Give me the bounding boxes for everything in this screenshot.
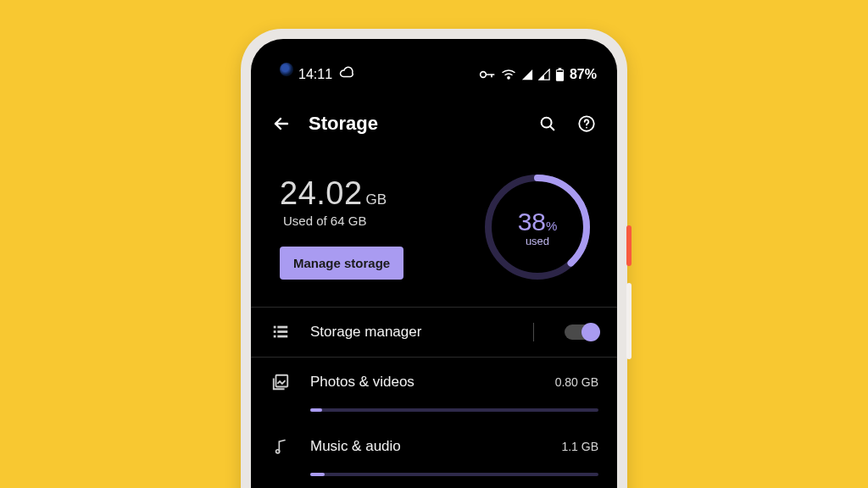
status-time: 14:11 [298,67,332,82]
back-button[interactable] [270,112,293,136]
photos-value: 0.80 GB [555,375,598,389]
usage-percent-value: 38 [518,208,546,236]
app-bar: Storage [251,93,617,146]
row-photos-videos[interactable]: Photos & videos 0.80 GB [251,358,617,402]
cloud-icon [339,65,354,84]
phone-power-button [626,225,632,266]
phone-frame: 14:11 [241,29,627,488]
svg-point-1 [508,77,509,79]
search-button[interactable] [536,112,559,136]
svg-rect-10 [274,326,276,329]
row-storage-manager[interactable]: Storage manager [251,308,617,357]
storage-summary: 24.02GB Used of 64 GB Manage storage 38% [251,146,617,307]
svg-rect-16 [276,375,288,387]
svg-rect-4 [557,70,563,72]
svg-rect-15 [277,336,287,338]
stage: 14:11 [0,0,868,488]
svg-point-0 [481,72,487,78]
page-title: Storage [309,113,520,135]
photos-icon [270,371,292,393]
used-amount-unit: GB [366,191,387,208]
storage-manager-icon [270,321,292,343]
music-progress [310,473,598,476]
svg-point-7 [586,127,587,129]
usage-percent-sign: % [546,219,557,233]
manage-storage-button[interactable]: Manage storage [280,247,403,280]
svg-rect-13 [277,330,287,333]
arrow-left-icon [271,114,292,134]
photos-progress [310,408,598,412]
front-camera [280,63,293,76]
row-music-audio[interactable]: Music & audio 1.1 GB [251,422,617,466]
usage-ring: 38% used [480,169,595,285]
storage-manager-label: Storage manager [310,324,515,341]
svg-rect-3 [559,68,562,69]
help-button[interactable] [575,112,598,136]
svg-rect-12 [274,330,276,333]
usage-percent-label: used [526,235,549,247]
used-subtext: Used of 64 GB [283,214,463,228]
signal-1-icon [521,69,533,80]
used-amount-value: 24.02 [280,175,363,211]
music-icon [270,435,292,458]
svg-rect-11 [277,326,287,329]
storage-manager-toggle[interactable] [565,324,598,340]
music-label: Music & audio [310,438,542,455]
wifi-icon [501,69,516,80]
help-icon [577,114,596,133]
photos-label: Photos & videos [310,374,537,391]
phone-screen: 14:11 [251,39,617,488]
svg-point-17 [276,450,280,453]
status-battery-pct: 87% [570,67,597,82]
music-value: 1.1 GB [561,440,598,453]
phone-volume-button [626,283,632,359]
svg-rect-14 [274,336,276,338]
signal-2-icon [538,69,550,80]
status-bar: 14:11 [251,39,617,93]
vpn-key-icon [479,69,496,80]
battery-icon [555,68,565,82]
divider-vertical [533,323,534,341]
search-icon [538,114,557,133]
